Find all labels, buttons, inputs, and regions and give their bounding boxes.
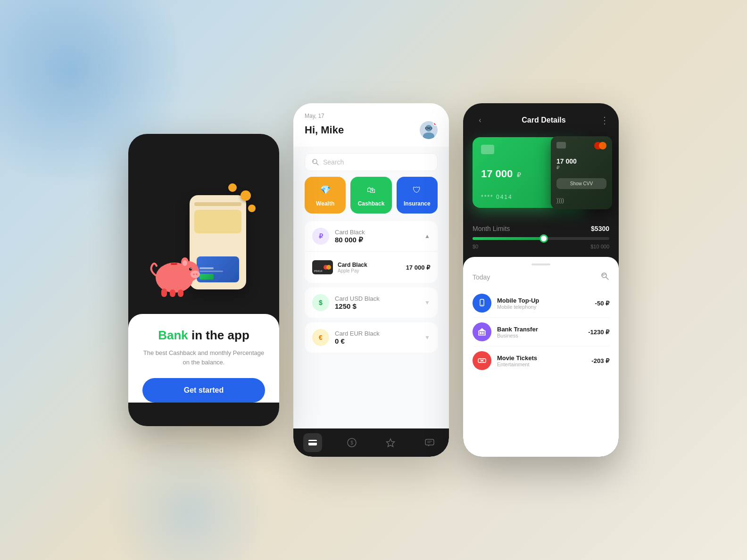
slider-fill: [473, 237, 545, 240]
nav-cards[interactable]: [303, 433, 322, 452]
rub-icon: ₽: [312, 228, 329, 245]
limits-value: $5300: [591, 225, 609, 232]
svg-point-4: [191, 271, 200, 278]
svg-rect-11: [170, 289, 175, 297]
account-header-left-usd: $ Card USD Black 1250 $: [312, 294, 380, 311]
tx-sub-bank: Business: [497, 333, 538, 338]
nav-cards-icon: [307, 437, 318, 448]
dashboard-header: May, 17 Hi, Mike: [293, 103, 449, 147]
account-header-left-eur: € Card EUR Black 0 €: [312, 329, 380, 346]
back-button[interactable]: ‹: [473, 113, 488, 128]
piggy-bank-icon: [147, 242, 204, 299]
transaction-movie[interactable]: Movie Tickets Entertainment -203 ₽: [473, 346, 609, 375]
account-group-eur: € Card EUR Black 0 € ▼: [305, 322, 438, 353]
account-balance-eur: 0 €: [335, 337, 380, 345]
slider-thumb: [540, 234, 548, 243]
mini-card: P0414: [312, 260, 333, 274]
onboarding-bottom: Bank in the app The best Cashback and mo…: [128, 314, 279, 403]
bank-transfer-icon: [473, 322, 491, 341]
tx-info-movie: Movie Tickets Entertainment: [497, 354, 537, 367]
show-cvv-button[interactable]: Show CVV: [556, 178, 606, 189]
transaction-bank-transfer[interactable]: Bank Transfer Business -1230 ₽: [473, 318, 609, 346]
svg-point-6: [196, 273, 198, 275]
tx-name-mobile: Mobile Top-Up: [497, 297, 539, 304]
eur-icon: €: [312, 329, 329, 346]
account-group-rub: ₽ Card Black 80 000 ₽ ▲ P0414: [305, 221, 438, 283]
search-filter-icon: [601, 272, 609, 280]
get-started-button[interactable]: Get started: [142, 378, 265, 403]
account-balance-usd: 1250 $: [335, 302, 380, 310]
bank-label: Bank: [158, 328, 188, 342]
account-balance: 80 000 ₽: [335, 236, 365, 244]
category-insurance[interactable]: 🛡 Insurance: [397, 177, 438, 214]
mini-card-top: [556, 142, 606, 149]
title-light: Card: [522, 116, 539, 124]
account-cards: P0414 Card Black Apple Pay: [305, 251, 438, 283]
svg-rect-9: [171, 263, 177, 265]
card-item[interactable]: P0414 Card Black Apple Pay: [312, 256, 430, 278]
nav-money[interactable]: $: [342, 433, 361, 452]
account-header-eur[interactable]: € Card EUR Black 0 € ▼: [305, 322, 438, 353]
onboarding-subtitle: The best Cashback and monthly Percentage…: [142, 348, 265, 367]
transactions-header: Today: [473, 272, 609, 282]
tx-left-mobile: Mobile Top-Up Mobile telephony: [473, 294, 539, 313]
account-header-left: ₽ Card Black 80 000 ₽: [312, 228, 365, 245]
mini-card-number: P0414: [314, 270, 322, 272]
transaction-mobile-topup[interactable]: Mobile Top-Up Mobile telephony -50 ₽: [473, 289, 609, 318]
screens-container: Bank in the app The best Cashback and mo…: [128, 103, 619, 457]
category-wealth[interactable]: 💎 Wealth: [305, 177, 346, 214]
card-details-header: ‹ Card Details ⋮: [463, 103, 619, 132]
svg-text:$: $: [350, 440, 353, 445]
nav-star-icon: [385, 437, 396, 448]
tx-amount-bank: -1230 ₽: [588, 329, 609, 336]
svg-marker-41: [479, 328, 485, 331]
chevron-up-icon: ▲: [424, 233, 430, 239]
phone-screen-top: [194, 202, 241, 206]
search-icon: [312, 158, 319, 166]
nav-chat-icon: [424, 437, 435, 448]
contactless-icon: )))): [556, 197, 606, 204]
usd-icon: $: [312, 294, 329, 311]
category-cashback[interactable]: 🛍 Cashback: [350, 177, 391, 214]
chevron-down-icon-eur: ▼: [424, 334, 430, 341]
avatar[interactable]: [420, 121, 438, 139]
slider-min: $0: [473, 244, 478, 249]
title-rest: in the app: [188, 328, 249, 342]
search-bar[interactable]: Search: [305, 153, 438, 171]
coin-1: [241, 190, 251, 201]
filter-icon[interactable]: [601, 272, 609, 282]
insurance-label: Insurance: [404, 200, 431, 207]
tx-sub-movie: Entertainment: [497, 362, 537, 367]
tx-left-movie: Movie Tickets Entertainment: [473, 351, 537, 370]
tx-name-movie: Movie Tickets: [497, 354, 537, 362]
screen-dashboard: May, 17 Hi, Mike: [293, 103, 449, 457]
svg-rect-12: [178, 289, 183, 297]
card-currency: ₽: [517, 171, 521, 179]
nav-messages[interactable]: [420, 433, 439, 452]
mini-balance-area: 17 000 ₽: [556, 157, 606, 170]
wealth-icon: 💎: [319, 183, 332, 197]
drag-handle: [531, 264, 550, 265]
bottom-nav: $: [293, 428, 449, 457]
account-name-eur: Card EUR Black: [335, 330, 380, 337]
account-name-group-eur: Card EUR Black 0 €: [335, 330, 380, 345]
more-options-button[interactable]: ⋮: [600, 115, 609, 126]
mini-dark-card: 17 000 ₽ Show CVV )))): [551, 136, 612, 209]
svg-point-7: [189, 268, 192, 271]
account-header-rub[interactable]: ₽ Card Black 80 000 ₽ ▲: [305, 221, 438, 251]
account-header-usd[interactable]: $ Card USD Black 1250 $ ▼: [305, 288, 438, 318]
screen-onboarding: Bank in the app The best Cashback and mo…: [128, 134, 279, 426]
svg-point-36: [481, 305, 482, 305]
mobile-topup-icon: [473, 294, 491, 313]
nav-favorites[interactable]: [381, 433, 400, 452]
onboarding-title: Bank in the app: [158, 328, 249, 343]
month-limit-slider[interactable]: [473, 237, 609, 240]
cashback-icon: 🛍: [365, 183, 378, 197]
tx-left-bank: Bank Transfer Business: [473, 322, 538, 341]
mc-orange-circle: [326, 265, 331, 270]
svg-point-45: [481, 360, 483, 362]
svg-point-8: [191, 268, 191, 269]
limits-section: Month Limits $5300 $0 $10 000: [463, 217, 619, 257]
svg-rect-24: [308, 441, 317, 443]
svg-line-32: [606, 277, 608, 280]
